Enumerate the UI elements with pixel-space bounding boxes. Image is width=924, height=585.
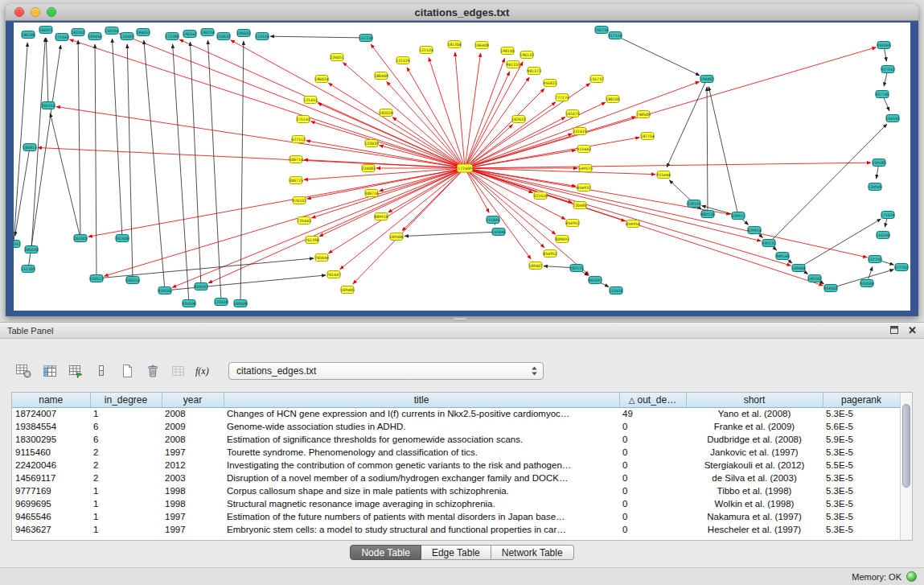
- cell-out_degree[interactable]: 0: [619, 510, 686, 523]
- cell-out_degree[interactable]: 0: [619, 420, 686, 433]
- network-node[interactable]: 184051: [136, 29, 150, 36]
- table-row[interactable]: 1456911722003Disruption of a novel membe…: [12, 472, 900, 484]
- network-node[interactable]: 151309: [21, 266, 35, 273]
- network-node[interactable]: 154543: [885, 115, 900, 122]
- citation-edge-black[interactable]: [50, 113, 80, 238]
- citation-edge-black[interactable]: [208, 40, 221, 302]
- network-node[interactable]: 677202: [894, 264, 909, 271]
- network-node[interactable]: 205310: [41, 102, 55, 109]
- network-node[interactable]: 765644: [314, 254, 329, 262]
- cell-out_degree[interactable]: 0: [619, 472, 686, 484]
- cell-title[interactable]: Investigating the contribution of common…: [224, 459, 619, 472]
- citation-edge-red[interactable]: [208, 168, 465, 283]
- citation-edge-black[interactable]: [165, 275, 326, 290]
- cell-title[interactable]: Changes of HCN gene expression and I(f) …: [224, 407, 619, 420]
- column-header-title[interactable]: title: [224, 393, 619, 407]
- network-node[interactable]: 182575: [569, 265, 584, 272]
- cell-title[interactable]: Corpus callosum shape and size in male p…: [224, 484, 619, 497]
- network-node[interactable]: 939133: [762, 240, 776, 247]
- network-node[interactable]: 748509: [636, 111, 651, 118]
- network-selector-dropdown[interactable]: citations_edges.txt: [228, 362, 544, 380]
- network-node[interactable]: 321616: [533, 192, 548, 200]
- cell-year[interactable]: 2012: [162, 459, 224, 472]
- close-window-icon[interactable]: [14, 7, 24, 17]
- citation-edge-red[interactable]: [465, 84, 590, 168]
- network-canvas[interactable]: 1862861640511715431822021934541503541164…: [14, 23, 910, 311]
- cell-out_degree[interactable]: 0: [619, 433, 686, 446]
- cell-name[interactable]: 9699695: [12, 497, 90, 510]
- cell-pagerank[interactable]: 5.3E-5: [823, 523, 900, 536]
- citation-edge-red[interactable]: [388, 168, 465, 212]
- network-node[interactable]: 915444: [656, 171, 671, 179]
- cell-pagerank[interactable]: 5.3E-5: [823, 497, 900, 510]
- citation-edge-red[interactable]: [465, 81, 700, 168]
- cell-pagerank[interactable]: 5.6E-5: [823, 420, 900, 433]
- network-node[interactable]: 169406: [389, 233, 404, 241]
- network-node[interactable]: 205028: [24, 246, 39, 253]
- citation-edge-black[interactable]: [173, 44, 189, 303]
- cell-short[interactable]: Franke et al. (2009): [686, 420, 823, 433]
- network-node[interactable]: 169404: [791, 265, 806, 272]
- citation-edge-red[interactable]: [465, 168, 761, 241]
- network-node[interactable]: 961697: [588, 277, 602, 284]
- tab-edge-table[interactable]: Edge Table: [421, 545, 491, 560]
- cell-in_degree[interactable]: 2: [90, 459, 162, 472]
- network-node[interactable]: 720485: [573, 202, 587, 209]
- cell-title[interactable]: Embryonic stem cells: a model to study s…: [224, 523, 619, 536]
- citation-edge-black[interactable]: [667, 79, 707, 167]
- cell-name[interactable]: 9465546: [12, 510, 90, 523]
- table-row[interactable]: 1830029562008Estimation of significance …: [12, 433, 900, 446]
- tab-network-table[interactable]: Network Table: [491, 545, 574, 560]
- citation-edge-black[interactable]: [615, 35, 700, 76]
- tab-node-table[interactable]: Node Table: [350, 545, 421, 560]
- citation-edge-red[interactable]: [465, 168, 867, 257]
- column-header-short[interactable]: short: [686, 393, 823, 407]
- citation-edge-black[interactable]: [14, 43, 27, 244]
- cell-out_degree[interactable]: 0: [619, 446, 686, 459]
- network-node[interactable]: 761398: [305, 237, 319, 244]
- network-node[interactable]: 809691: [555, 236, 569, 243]
- network-node[interactable]: 306714: [289, 156, 303, 163]
- float-panel-icon[interactable]: [889, 325, 899, 336]
- citation-edge-black[interactable]: [405, 232, 499, 237]
- cell-pagerank[interactable]: 5.3E-5: [823, 446, 900, 459]
- network-node[interactable]: 970337: [292, 197, 306, 204]
- table-import-icon[interactable]: [64, 360, 86, 381]
- cell-pagerank[interactable]: 5.3E-5: [823, 472, 900, 484]
- cell-name[interactable]: 18300295: [12, 433, 90, 446]
- citation-edge-red[interactable]: [119, 34, 465, 168]
- network-node[interactable]: 550514: [125, 277, 140, 284]
- cell-short[interactable]: Yano et al. (2008): [686, 407, 823, 420]
- citation-edge-red[interactable]: [465, 168, 533, 193]
- network-node[interactable]: 949146: [775, 253, 790, 260]
- network-node[interactable]: 924507: [194, 283, 208, 290]
- column-header-in_degree[interactable]: in_degree: [90, 393, 162, 407]
- network-node[interactable]: 121524: [419, 47, 433, 54]
- cell-in_degree[interactable]: 2: [90, 472, 162, 484]
- network-node[interactable]: 166409: [474, 42, 489, 49]
- network-node[interactable]: 955821: [543, 80, 557, 87]
- network-node[interactable]: 261606: [115, 235, 129, 242]
- network-node[interactable]: 161075: [565, 110, 580, 117]
- citation-edge-red[interactable]: [392, 117, 465, 168]
- network-node[interactable]: 155736: [594, 27, 609, 34]
- column-header-out_degree[interactable]: △out_de…: [619, 393, 686, 407]
- network-node[interactable]: 153632: [216, 33, 231, 40]
- trash-icon[interactable]: [142, 360, 163, 381]
- cell-out_degree[interactable]: 0: [619, 523, 686, 536]
- cell-out_degree[interactable]: 0: [619, 459, 686, 472]
- table-row[interactable]: 911546021997Tourette syndrome. Phenomeno…: [12, 446, 900, 459]
- network-node[interactable]: 306716: [364, 190, 379, 197]
- network-node[interactable]: 186286: [21, 31, 35, 39]
- network-node[interactable]: 879914: [747, 227, 762, 234]
- network-node[interactable]: 981373: [527, 68, 541, 75]
- network-node[interactable]: 186813: [23, 144, 37, 151]
- network-node[interactable]: 321615: [573, 128, 587, 135]
- citation-edge-red[interactable]: [319, 168, 465, 237]
- citation-edge-red[interactable]: [465, 102, 606, 168]
- cell-short[interactable]: Dudbridge et al. (2008): [686, 433, 823, 446]
- table-row[interactable]: 969969511998Structural magnetic resonanc…: [12, 497, 900, 510]
- cell-year[interactable]: 2003: [162, 472, 224, 484]
- network-node[interactable]: 678191: [687, 200, 701, 208]
- network-node[interactable]: 550513: [89, 275, 104, 282]
